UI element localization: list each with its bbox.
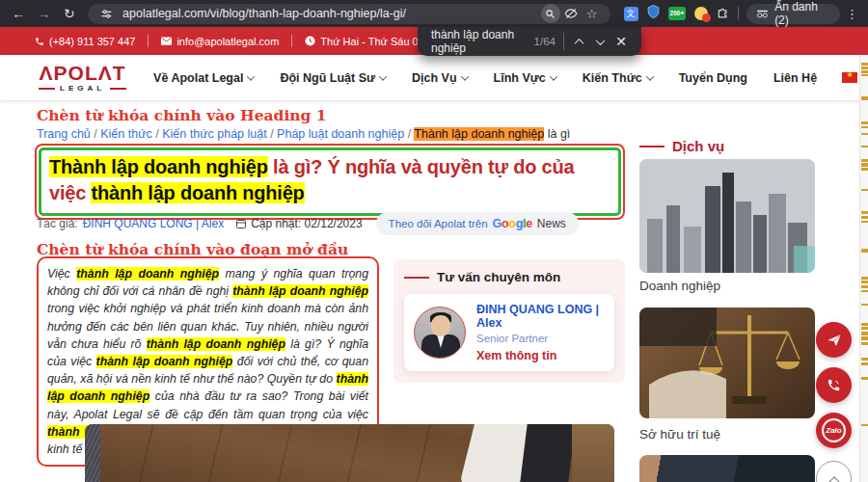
chevron-down-icon (550, 72, 557, 80)
extensions-puzzle-icon[interactable] (717, 5, 730, 22)
topbar-divider (291, 35, 292, 47)
article-title-box: Thành lập doanh nghiệp là gì? Ý nghĩa và… (35, 144, 625, 220)
topbar-divider (148, 35, 149, 47)
incognito-profile-chip[interactable]: Ẩn danh (2) (746, 4, 840, 24)
browser-forward-button[interactable]: → (33, 3, 54, 24)
find-in-page-icon[interactable] (541, 4, 560, 23)
sidebar-card-doanh-nghiep[interactable] (639, 159, 815, 273)
clock-icon (305, 36, 315, 46)
address-bar[interactable]: apolatlegal.com/vi/blog/thanh-lap-doanh-… (88, 4, 610, 24)
article-meta: Tác giả: ĐINH QUANG LONG | Alex Cập nhật… (37, 212, 579, 235)
gnews-news-text: News (537, 217, 566, 230)
nav-item-doi-ngu-luat-su[interactable]: Đội Ngũ Luật Sư (280, 71, 386, 85)
find-query-input[interactable]: thành lập doanh nghiệp (431, 28, 534, 55)
consult-role: Senior Partner (476, 333, 605, 344)
chevron-down-icon (645, 72, 653, 80)
chevron-down-icon (460, 72, 468, 80)
consult-view-info-link[interactable]: Xem thông tin (476, 349, 605, 362)
section-dash (404, 277, 429, 279)
chevron-down-icon (247, 72, 255, 80)
call-fab[interactable] (816, 367, 852, 403)
incognito-icon (756, 9, 769, 19)
topbar-phone-link[interactable]: (+84) 911 357 447 (35, 36, 135, 47)
translate-extension-icon[interactable]: 文 (624, 7, 638, 21)
eye-hidden-icon[interactable] (560, 5, 582, 22)
sidebar-services-title: Dịch vụ (639, 138, 724, 154)
zalo-icon: Zalo (822, 418, 846, 442)
consult-panel: Tư vấn chuyên môn ĐINH QUANG LONG | Alex… (393, 259, 625, 383)
phone-icon (35, 37, 44, 46)
find-next-button[interactable] (589, 31, 610, 52)
find-separator (563, 33, 564, 50)
seo-annotation-heading1: Chèn từ khóa chính vào Heading 1 (37, 106, 327, 124)
shield-extension-icon[interactable] (647, 5, 660, 22)
sidebar-card-so-huu-tri-tue[interactable] (639, 308, 815, 418)
nav-item-kien-thuc[interactable]: Kiến Thức (583, 71, 653, 85)
sidebar-label-doanh-nghiep[interactable]: Doanh nghiệp (639, 279, 720, 293)
phone-icon (827, 378, 841, 392)
nav-item-dich-vu[interactable]: Dịch Vụ (412, 71, 468, 85)
nav-item-ve-apolat-legal[interactable]: Về Apolat Legal (153, 71, 254, 85)
scrollbar[interactable] (859, 55, 868, 482)
updated-date: Cập nhật: 02/12/2023 (251, 217, 362, 230)
vietnam-flag-icon[interactable] (842, 72, 857, 83)
bookmark-star-icon[interactable]: ☆ (582, 5, 603, 22)
city-skyline-image (639, 159, 815, 273)
topbar-email-text: info@apolatlegal.com (176, 36, 279, 47)
nav-item-tuyen-dung[interactable]: Tuyển Dụng (679, 71, 747, 85)
section-dash (639, 146, 665, 147)
sidebar-card-partial[interactable] (639, 455, 815, 482)
site-logo[interactable]: ΛPOLΛT LEGAL (39, 63, 126, 93)
logo-wordmark: ΛPOLΛT (40, 63, 126, 83)
email-icon (161, 37, 172, 45)
paper-plane-icon (827, 333, 842, 348)
extensions-row: 文 200+ (624, 5, 731, 22)
browser-toolbar: ← → ↻ apolatlegal.com/vi/blog/thanh-lap-… (0, 0, 868, 27)
site-header: ΛPOLΛT LEGAL Về Apolat Legal Đội Ngũ Luậ… (0, 55, 868, 100)
consult-card: ĐINH QUANG LONG | Alex Senior Partner Xe… (404, 294, 614, 371)
author-link[interactable]: ĐINH QUANG LONG | Alex (83, 217, 224, 230)
sidebar-label-so-huu-tri-tue[interactable]: Sở hữu trí tuệ (639, 427, 720, 442)
send-message-fab[interactable] (816, 322, 852, 358)
site-info-tune-icon[interactable] (95, 5, 117, 22)
nav-item-lien-he[interactable]: Liên Hệ (773, 71, 817, 85)
zalo-fab[interactable]: Zalo (816, 413, 852, 448)
topbar-phone-text: (+84) 911 357 447 (49, 36, 135, 47)
consult-title: Tư vấn chuyên môn (437, 270, 560, 284)
browser-reload-button[interactable]: ↻ (59, 3, 80, 24)
avatar[interactable] (414, 307, 466, 359)
find-match-count: 1/64 (534, 36, 556, 47)
chevron-down-icon (379, 72, 387, 80)
google-logo: Google (493, 217, 532, 230)
find-in-page-bar: thành lập doanh nghiệp 1/64 ✕ (418, 27, 641, 56)
page-title: Thành lập doanh nghiệp là gì? Ý nghĩa và… (49, 154, 610, 206)
calendar-icon (235, 218, 247, 229)
scroll-to-top-button[interactable] (816, 461, 852, 482)
browser-back-button[interactable]: ← (8, 3, 29, 24)
article-image (85, 424, 614, 482)
gnews-follow-text: Theo dõi Apolat trên (389, 218, 488, 229)
notification-extension-icon[interactable] (694, 7, 708, 20)
main-nav: Về Apolat Legal Đội Ngũ Luật Sư Dịch Vụ … (153, 71, 817, 85)
chevron-up-icon (828, 476, 839, 482)
consult-name-link[interactable]: ĐINH QUANG LONG | Alex (476, 303, 605, 330)
logo-subtitle: LEGAL (60, 85, 105, 93)
nav-item-linh-vuc[interactable]: Lĩnh Vực (494, 71, 556, 85)
breadcrumb[interactable]: Trang chủ / Kiến thức / Kiến thức pháp l… (37, 127, 615, 141)
browser-menu-icon[interactable]: ⋮ (844, 7, 860, 21)
google-news-follow-button[interactable]: Theo dõi Apolat trên Google News (376, 212, 579, 235)
author-label: Tác giả: (37, 217, 78, 230)
topbar-email-link[interactable]: info@apolatlegal.com (161, 36, 279, 47)
find-close-button[interactable]: ✕ (610, 31, 632, 52)
find-previous-button[interactable] (568, 31, 589, 52)
coupon-extension-icon[interactable]: 200+ (668, 7, 687, 21)
incognito-label: Ẩn danh (2) (774, 0, 830, 27)
url-text[interactable]: apolatlegal.com/vi/blog/thanh-lap-doanh-… (122, 7, 540, 20)
page: ← → ↻ apolatlegal.com/vi/blog/thanh-lap-… (0, 0, 868, 482)
toolbar-separator (738, 7, 739, 20)
scales-of-justice-image (639, 308, 815, 418)
